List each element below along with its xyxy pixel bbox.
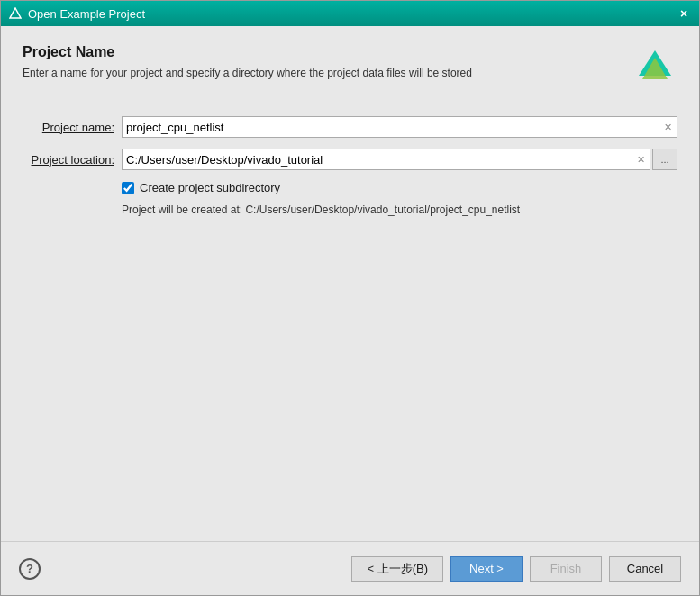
- content-spacer: [23, 225, 677, 541]
- form-area: Project name: ✕ Project location: ✕ ...: [23, 107, 677, 225]
- window-title: Open Example Project: [28, 7, 676, 21]
- project-location-row: Project location: ✕ ...: [23, 149, 677, 170]
- title-bar: Open Example Project ×: [1, 1, 699, 26]
- project-name-row: Project name: ✕: [23, 116, 677, 138]
- close-button[interactable]: ×: [676, 5, 692, 22]
- project-name-input-wrapper: ✕: [122, 116, 677, 138]
- page-description: Enter a name for your project and specif…: [23, 66, 632, 81]
- cancel-button[interactable]: Cancel: [609, 556, 681, 582]
- next-button[interactable]: Next >: [450, 556, 523, 582]
- project-path-info: Project will be created at: C:/Users/use…: [122, 203, 677, 216]
- create-subdirectory-checkbox[interactable]: [122, 182, 134, 194]
- vivado-logo: [637, 49, 673, 85]
- content-area: Project Name Enter a name for your proje…: [1, 26, 699, 541]
- app-icon: [8, 6, 23, 21]
- project-name-label-text: Project name:: [42, 121, 114, 134]
- project-location-clear-button[interactable]: ✕: [632, 150, 650, 168]
- project-location-label: Project location:: [23, 153, 122, 167]
- help-button[interactable]: ?: [19, 558, 41, 580]
- project-location-label-text: Project location:: [32, 153, 115, 167]
- project-name-clear-button[interactable]: ✕: [659, 118, 677, 136]
- page-header: Project Name Enter a name for your proje…: [23, 44, 677, 89]
- footer-right: < 上一步(B) Next > Finish Cancel: [351, 556, 681, 582]
- finish-button[interactable]: Finish: [530, 556, 602, 582]
- svg-marker-0: [10, 8, 21, 18]
- main-window: Open Example Project × Project Name Ente…: [0, 0, 700, 596]
- footer: ? < 上一步(B) Next > Finish Cancel: [1, 541, 699, 595]
- page-title: Project Name: [23, 44, 632, 60]
- page-header-text: Project Name Enter a name for your proje…: [23, 44, 632, 81]
- back-button[interactable]: < 上一步(B): [351, 556, 443, 582]
- footer-left: ?: [19, 558, 41, 580]
- project-name-label: Project name:: [23, 121, 122, 134]
- create-subdirectory-label[interactable]: Create project subdirectory: [140, 181, 280, 194]
- project-location-input-wrapper: ✕: [122, 149, 650, 170]
- project-location-input[interactable]: [123, 149, 632, 169]
- create-subdirectory-row: Create project subdirectory: [122, 181, 677, 194]
- logo-area: [632, 44, 677, 89]
- browse-button[interactable]: ...: [652, 149, 677, 170]
- project-name-input[interactable]: [123, 117, 659, 137]
